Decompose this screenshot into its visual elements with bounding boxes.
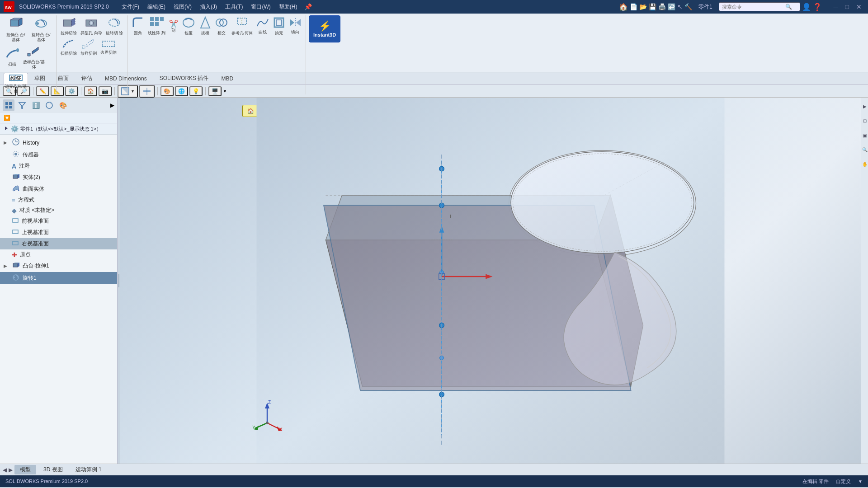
svg-text:i: i	[450, 213, 451, 219]
ref-geometry-button[interactable]: 参考几 何体	[230, 15, 255, 37]
revolve-cut-button[interactable]: 旋转切 除	[104, 15, 125, 37]
svg-marker-34	[290, 19, 294, 26]
linear-pattern-button[interactable]: 线性阵 列	[146, 15, 167, 37]
loft-boss-icon	[27, 45, 41, 60]
loft-boss-button[interactable]: 放样凸台/基体	[22, 44, 46, 70]
save-icon[interactable]: 💾	[649, 3, 656, 10]
svg-point-7	[16, 48, 19, 52]
tree-item-history[interactable]: ▶ History	[0, 136, 117, 149]
sweep-icon	[5, 47, 19, 62]
display-states-tab[interactable]	[43, 99, 55, 111]
nav-next[interactable]: ▶	[9, 467, 13, 473]
sweep-button[interactable]: 扫描	[4, 47, 21, 68]
close-button[interactable]: ✕	[854, 2, 864, 11]
home-icon[interactable]: 🏠	[619, 3, 628, 11]
filter-tab[interactable]	[16, 99, 28, 111]
section-button[interactable]: ✂️ 剖	[168, 19, 179, 34]
expand-arrow[interactable]: ▶	[110, 102, 114, 108]
sweep-cut-button[interactable]: 扫描切除	[59, 38, 78, 57]
menu-edit[interactable]: 编辑(E)	[144, 2, 169, 12]
minimize-button[interactable]: ─	[831, 2, 841, 11]
part-name: 零件1	[698, 3, 712, 11]
feature-tree-tab[interactable]	[3, 99, 14, 111]
tree-item-solids[interactable]: 实体(2)	[0, 171, 117, 183]
user-icon[interactable]: 👤	[802, 3, 811, 11]
hole-wizard-button[interactable]: 异型孔 向导	[79, 15, 104, 37]
nav-prev[interactable]: ◀	[3, 467, 7, 473]
surfaces-icon	[12, 185, 20, 193]
shell-button[interactable]: 抽壳	[271, 15, 287, 37]
tree-item-equations[interactable]: = 方程式	[0, 195, 117, 205]
app-title: SOLIDWORKS Premium 2019 SP2.0	[19, 4, 109, 10]
svg-rect-12	[63, 20, 71, 26]
wrap-button[interactable]: 包覆	[180, 15, 197, 37]
tree-item-top-plane[interactable]: 上视基准面	[0, 227, 117, 238]
extrude-cut-button[interactable]: 拉伸切除	[59, 15, 78, 37]
undo-icon[interactable]: ↩️	[668, 3, 675, 10]
status-customize[interactable]: 自定义	[836, 478, 851, 485]
tree-item-surfaces[interactable]: 曲面实体	[0, 183, 117, 195]
svg-rect-30	[237, 18, 246, 24]
viewport[interactable]: 🏠 ▶ 右视基准面	[120, 98, 861, 464]
boundary-cut-button[interactable]: 边界切除	[99, 38, 118, 56]
revolve-boss-button[interactable]: 旋转凸 台/基体	[29, 15, 53, 43]
menu-insert[interactable]: 插入(J)	[196, 2, 221, 12]
draft-button[interactable]: 拔模	[198, 15, 213, 37]
status-dropdown-arrow[interactable]: ▼	[858, 479, 863, 484]
tab-motion[interactable]: 运动算例 1	[70, 465, 107, 474]
tree-item-boss-extrude1[interactable]: ▶ 凸台-拉伸1	[0, 260, 117, 272]
tree-item-material[interactable]: ◆ 材质 <未指定>	[0, 205, 117, 216]
open-icon[interactable]: 📂	[639, 3, 647, 10]
rp-zoom-icon[interactable]: 🔍	[862, 143, 868, 156]
new-icon[interactable]: 📄	[630, 3, 637, 10]
tree-item-right-plane[interactable]: 右视基准面	[0, 238, 117, 249]
tree-item-revolve1[interactable]: 旋转1	[0, 272, 117, 284]
rebuild-icon[interactable]: 🔨	[684, 3, 692, 10]
menu-tools[interactable]: 工具(T)	[222, 2, 246, 12]
intersect-button[interactable]: 相交	[214, 15, 229, 37]
mirror-button[interactable]: 镜向	[288, 16, 303, 36]
svg-rect-21	[150, 17, 154, 21]
tab-model[interactable]: 模型	[14, 465, 36, 474]
menu-help[interactable]: 帮助(H)	[275, 2, 301, 12]
material-icon: ◆	[12, 207, 17, 214]
help-icon[interactable]: ❓	[813, 3, 822, 11]
rp-display-icon[interactable]: ▶	[862, 99, 868, 113]
part-header[interactable]: ⚙️ 零件1（默认<<默认>_显示状态 1>）	[0, 123, 117, 135]
surfaces-label: 曲面实体	[23, 185, 44, 193]
part-icon: ⚙️	[11, 125, 19, 132]
command-search-input[interactable]	[722, 4, 785, 9]
tree-item-sensors[interactable]: 传感器	[0, 149, 117, 161]
tab-3dview[interactable]: 3D 视图	[38, 465, 68, 474]
tree-item-front-plane[interactable]: 前视基准面	[0, 216, 117, 227]
rp-view1-icon[interactable]: ⊡	[862, 114, 868, 127]
menu-file[interactable]: 文件(F)	[118, 2, 143, 12]
maximize-button[interactable]: □	[843, 2, 852, 11]
fillet-button[interactable]: 圆角	[130, 15, 146, 37]
extrude-boss-button[interactable]: 拉伸凸 台/基体	[4, 15, 28, 43]
menu-view[interactable]: 视图(V)	[170, 2, 195, 12]
loft-cut-button[interactable]: 放样切割	[79, 38, 98, 57]
window-controls: ─ □ ✕	[831, 2, 864, 11]
svg-rect-55	[13, 219, 18, 222]
svg-point-71	[511, 152, 694, 253]
appearance-tab[interactable]: 🎨	[57, 99, 69, 111]
axis-indicator: Z X Y	[251, 400, 278, 427]
tree-item-origin[interactable]: ✚ 原点	[0, 249, 117, 260]
curves-button[interactable]: 曲线	[255, 16, 270, 36]
front-plane-icon	[12, 217, 19, 225]
cursor-icon[interactable]: ↖	[677, 3, 683, 10]
rp-view2-icon[interactable]: ▣	[862, 128, 868, 142]
svg-point-50	[14, 153, 17, 155]
menu-window[interactable]: 窗口(W)	[247, 2, 274, 12]
properties-tab[interactable]: ℹ️	[30, 99, 42, 111]
command-search[interactable]: 🔍	[719, 2, 800, 11]
3d-model: i	[120, 98, 861, 464]
print-icon[interactable]: 🖨️	[658, 3, 666, 10]
tree-item-annotations[interactable]: A 注释	[0, 161, 117, 171]
svg-rect-57	[13, 241, 18, 245]
boundary-boss-button[interactable]: 边界凸台/基体	[4, 72, 28, 95]
instant3d-button[interactable]: ⚡ Instant3D	[309, 15, 340, 42]
pin-icon[interactable]: 📌	[302, 2, 315, 12]
rp-pan-icon[interactable]: ✋	[862, 157, 868, 171]
